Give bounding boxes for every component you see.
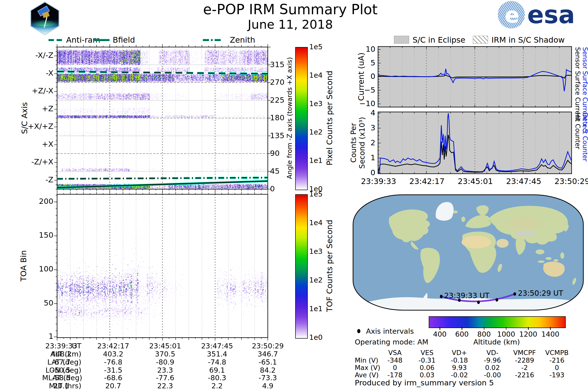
cassiope-label: CASSIOPE bbox=[30, 29, 60, 32]
sc-axis-row-label: +X bbox=[14, 140, 54, 149]
tof-cbar-tick-label: 1e2 bbox=[309, 276, 323, 284]
tof-cbar-tick-label: 1e0 bbox=[309, 334, 323, 342]
altitude-tick bbox=[462, 327, 462, 330]
ephemeris-value: 84.2 bbox=[260, 366, 276, 374]
angle-axis-label: Angle from -Z axis (towards +X axis) bbox=[286, 57, 293, 179]
ephemeris-value: 403.2 bbox=[103, 350, 123, 358]
counts-ytick-label: 1 bbox=[336, 153, 375, 162]
toa-tick-label: 150 bbox=[14, 231, 54, 240]
ephemeris-value: -73.3 bbox=[258, 374, 277, 382]
altitude-tick bbox=[506, 327, 507, 330]
voltage-value: -0.00 bbox=[484, 371, 501, 379]
angle-tick-label: 135 bbox=[270, 131, 284, 140]
ephemeris-time-value: 23:50:29 bbox=[252, 342, 284, 350]
voltage-value: 0 bbox=[393, 364, 397, 372]
esa-logo: esa bbox=[527, 0, 575, 29]
tof-counts-colorbar bbox=[295, 194, 308, 338]
ephemeris-time-value: 23:45:01 bbox=[149, 342, 181, 350]
counter-plot bbox=[371, 105, 580, 179]
voltage-value: -348 bbox=[387, 356, 402, 364]
esa-e-glyph: e bbox=[505, 2, 520, 28]
current-ytick-label: −10 bbox=[336, 99, 375, 108]
ephemeris-value: -68.6 bbox=[104, 374, 122, 382]
counts-ytick-label: 2 bbox=[336, 138, 375, 147]
sc-axis-row-label: -X/-Z bbox=[14, 51, 54, 60]
pixel-counts-colorbar bbox=[295, 47, 308, 190]
sensor-current-plot bbox=[371, 40, 580, 114]
voltage-value: -2216 bbox=[515, 371, 534, 379]
page-date: June 11, 2018 bbox=[248, 18, 333, 32]
voltage-column-header: VD- bbox=[486, 349, 498, 356]
ephemeris-time-value: 23:39:33 bbox=[45, 342, 77, 350]
counts-ytick-label: 4 bbox=[336, 108, 375, 117]
ephemeris-value: -74.8 bbox=[208, 358, 226, 366]
ephemeris-value: 69.1 bbox=[209, 366, 225, 374]
angle-tick-label: 315 bbox=[270, 60, 284, 69]
time-tick-label: 23:39:33 bbox=[361, 177, 396, 186]
counts-ytick-label: 3 bbox=[336, 124, 375, 132]
ephemeris-value: -80.3 bbox=[208, 374, 226, 382]
ephemeris-value: 4.9 bbox=[262, 382, 274, 390]
voltage-column-header: VD+ bbox=[452, 349, 467, 356]
altitude-tick bbox=[484, 327, 484, 330]
operating-mode-label: Operating mode: AM bbox=[355, 338, 428, 346]
toa-tick-label: 50 bbox=[14, 299, 54, 308]
current-ytick-label: −5 bbox=[336, 86, 375, 94]
voltage-value: -9.96 bbox=[484, 356, 501, 364]
time-tick-label: 23:47:45 bbox=[506, 177, 542, 186]
pixel-cbar-tick-label: 1e3 bbox=[309, 100, 323, 108]
ephemeris-value: -76.8 bbox=[104, 358, 122, 366]
altitude-label: Altitude (km) bbox=[473, 338, 520, 346]
pixel-cbar-tick-label: 1e5 bbox=[309, 43, 323, 51]
voltage-column-header: VMCPF bbox=[513, 349, 536, 356]
ephemeris-value: 20.1 bbox=[54, 382, 69, 390]
sc-axis-row-label: -Z bbox=[14, 176, 54, 184]
counts-ytick-label: 0 bbox=[336, 168, 375, 177]
sc-axis-spectrogram bbox=[50, 40, 275, 198]
ephemeris-value: -50.5 bbox=[52, 366, 70, 374]
toa-tick-label: 200 bbox=[14, 197, 54, 206]
voltage-value: -178 bbox=[387, 371, 402, 379]
ephemeris-time-value: 23:47:45 bbox=[201, 342, 233, 350]
ephemeris-value: 346.7 bbox=[258, 350, 278, 358]
voltage-value: -0.31 bbox=[418, 356, 436, 364]
angle-tick-label: 225 bbox=[270, 96, 284, 104]
altitude-tick-label: 400 bbox=[433, 330, 446, 338]
altitude-tick-label: 600 bbox=[455, 330, 469, 338]
sc-axis-row-label: +Z/-X bbox=[14, 86, 54, 95]
voltage-value: -0.02 bbox=[451, 371, 468, 379]
detect-counter-label: Detect Counter bbox=[581, 113, 588, 162]
altitude-tick-label: 1000 bbox=[497, 330, 515, 338]
altitude-tick-label: 1200 bbox=[519, 330, 537, 338]
angle-tick-label: 90 bbox=[270, 149, 280, 158]
altitude-tick-label: 800 bbox=[477, 330, 491, 338]
voltage-value: 0 bbox=[555, 364, 559, 372]
epop-irm-summary-page: CASSIOPE e-POP IRM Summary Plot June 11,… bbox=[0, 0, 588, 392]
sc-axis-row-label: +Z bbox=[14, 104, 54, 113]
voltage-value: -2 bbox=[521, 364, 528, 372]
ephemeris-value: -80.9 bbox=[156, 358, 174, 366]
track-end-label: 23:50:29 UT bbox=[518, 289, 563, 298]
voltage-row-label: Ave (V) bbox=[355, 371, 379, 379]
pixel-cbar-tick-label: 1e2 bbox=[309, 128, 323, 136]
altitude-tick bbox=[528, 327, 529, 330]
page-title: e-POP IRM Summary Plot bbox=[203, 2, 378, 18]
produced-by-label: Produced by irm_summary version 5 bbox=[355, 378, 494, 387]
toa-spectrogram bbox=[50, 188, 275, 347]
ephemeris-value: 20.7 bbox=[105, 382, 121, 390]
current-ytick-label: 10 bbox=[336, 45, 375, 54]
ephemeris-value: 22.3 bbox=[157, 382, 173, 390]
voltage-column-header: VCMPB bbox=[545, 349, 568, 356]
toa-tick-label: 1 bbox=[14, 332, 54, 341]
toa-tick-label: 100 bbox=[14, 264, 54, 274]
time-tick-label: 23:45:01 bbox=[458, 177, 493, 186]
cassiope-patch-art: CASSIOPE bbox=[30, 2, 60, 34]
angle-tick-label: 180 bbox=[270, 114, 284, 122]
ephemeris-value: -31.5 bbox=[104, 366, 122, 374]
voltage-value: -216 bbox=[549, 356, 564, 364]
ephemeris-value: -67.7 bbox=[52, 358, 70, 366]
tof-cbar-tick-label: 1e1 bbox=[309, 305, 323, 313]
voltage-value: -2289 bbox=[515, 356, 534, 364]
voltage-column-header: VSA bbox=[388, 349, 402, 356]
esa-globe-icon: e bbox=[498, 1, 525, 28]
